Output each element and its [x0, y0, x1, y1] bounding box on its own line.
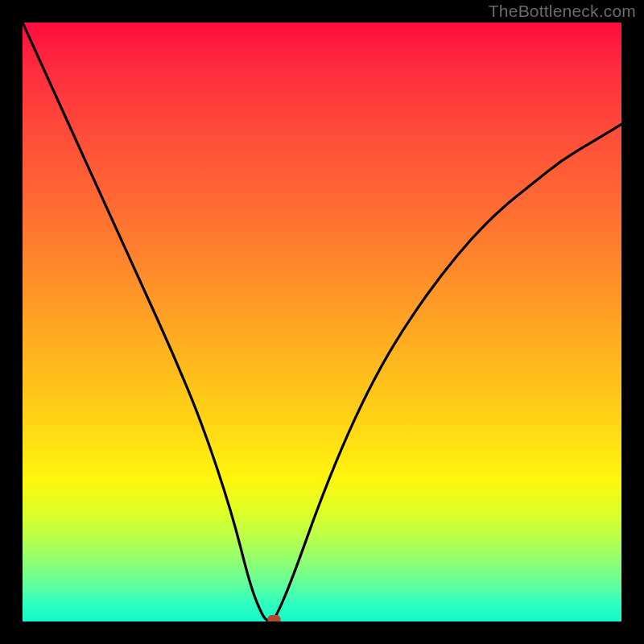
bottleneck-curve — [23, 23, 621, 621]
optimal-point-marker — [267, 615, 280, 621]
outer-frame: TheBottleneck.com — [0, 0, 644, 644]
watermark-text: TheBottleneck.com — [489, 2, 636, 21]
chart-overlay — [23, 23, 621, 621]
